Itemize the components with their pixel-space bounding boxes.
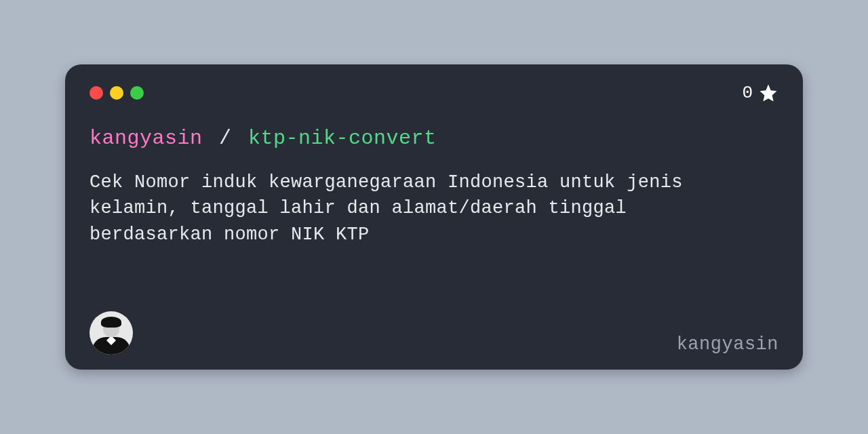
- repo-description: Cek Nomor induk kewarganegaraan Indonesi…: [90, 170, 754, 248]
- repo-title: kangyasin / ktp-nik-convert: [90, 125, 778, 152]
- stars-count: 0: [742, 83, 753, 103]
- star-icon: [758, 83, 778, 103]
- username-label[interactable]: kangyasin: [677, 334, 778, 355]
- stars-badge: 0: [742, 83, 778, 103]
- separator: /: [219, 127, 232, 150]
- repo-owner[interactable]: kangyasin: [90, 127, 203, 150]
- footer: kangyasin: [90, 311, 778, 355]
- repo-name[interactable]: ktp-nik-convert: [248, 127, 437, 150]
- minimize-icon[interactable]: [110, 86, 123, 100]
- avatar[interactable]: [90, 311, 133, 355]
- close-icon[interactable]: [90, 86, 103, 100]
- repo-card: 0 kangyasin / ktp-nik-convert Cek Nomor …: [65, 64, 803, 370]
- maximize-icon[interactable]: [130, 86, 144, 100]
- topbar: 0: [90, 85, 778, 101]
- traffic-lights: [90, 86, 144, 100]
